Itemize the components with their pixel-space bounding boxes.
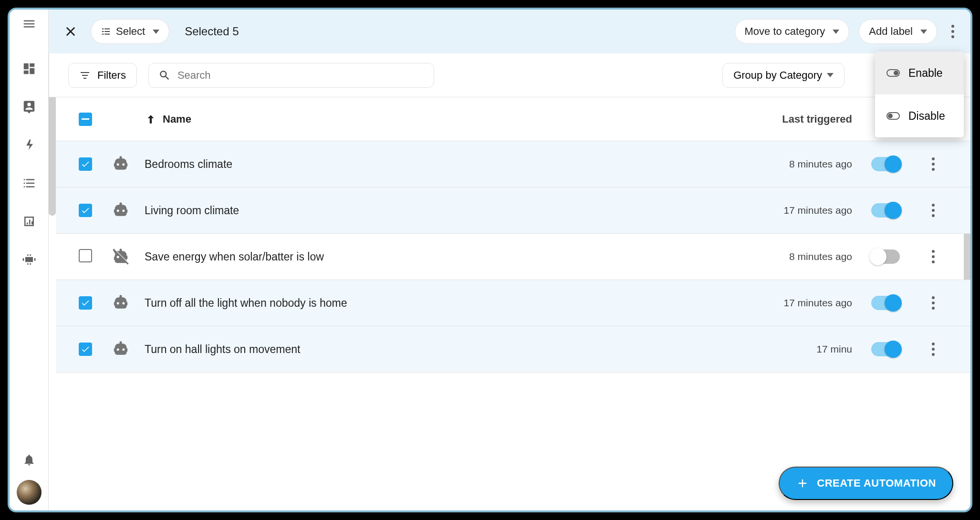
search-icon (158, 69, 171, 82)
close-icon (64, 25, 77, 38)
row-toggle[interactable] (871, 157, 900, 171)
bell-icon[interactable] (21, 452, 37, 468)
menu-item-disable[interactable]: Disable (875, 94, 964, 137)
close-selection-button[interactable] (60, 21, 81, 42)
chevron-down-icon (153, 30, 159, 34)
avatar[interactable] (17, 480, 42, 505)
row-name: Bedrooms climate (145, 158, 738, 171)
row-last-triggered: 17 minu (738, 343, 852, 355)
table-header: Name Last triggered (56, 97, 970, 141)
search-input[interactable] (177, 69, 424, 82)
row-last-triggered: 8 minutes ago (738, 251, 852, 262)
row-name: Living room climate (145, 204, 738, 217)
add-label-button[interactable]: Add label (859, 19, 937, 44)
selected-count-text: Selected 5 (185, 25, 239, 38)
chip-icon[interactable] (21, 252, 37, 267)
create-automation-fab[interactable]: CREATE AUTOMATION (779, 467, 953, 500)
plus-icon (796, 477, 809, 490)
add-label-label: Add label (869, 25, 913, 38)
robot-icon (111, 155, 145, 174)
filters-button[interactable]: Filters (68, 63, 137, 88)
move-to-category-label: Move to category (745, 25, 825, 38)
select-all-checkbox[interactable] (79, 113, 92, 126)
table-row[interactable]: Save energy when solar/batter is low 8 m… (56, 234, 970, 280)
row-name: Turn on hall lights on movement (145, 343, 738, 356)
select-dropdown-label: Select (116, 25, 145, 38)
left-sidebar (10, 10, 49, 510)
dashboard-icon[interactable] (21, 61, 37, 76)
search-box[interactable] (148, 63, 434, 88)
table-body: Bedrooms climate 8 minutes ago Living ro… (56, 141, 970, 510)
row-name: Save energy when solar/batter is low (145, 250, 738, 263)
toggle-off-icon (886, 112, 900, 120)
select-dropdown[interactable]: Select (91, 19, 169, 44)
overflow-menu-popup: Enable Disable (875, 52, 964, 137)
list-icon[interactable] (21, 176, 37, 191)
fab-label: CREATE AUTOMATION (817, 477, 936, 489)
row-checkbox[interactable] (79, 204, 92, 217)
row-menu-button[interactable] (927, 199, 939, 222)
table-row[interactable]: Turn on hall lights on movement 17 minu (56, 326, 970, 373)
robot-icon (111, 201, 145, 220)
table-row[interactable]: Bedrooms climate 8 minutes ago (56, 141, 970, 187)
row-toggle[interactable] (871, 342, 900, 356)
column-header-name[interactable]: Name (145, 113, 738, 125)
bar-chart-icon[interactable] (21, 214, 37, 229)
toggle-on-icon (886, 69, 900, 77)
row-toggle[interactable] (871, 203, 900, 218)
row-name: Turn off all the light when nobody is ho… (145, 297, 738, 310)
row-menu-button[interactable] (927, 291, 939, 314)
table-row[interactable]: Living room climate 17 minutes ago (56, 187, 970, 234)
row-last-triggered: 17 minutes ago (738, 297, 852, 309)
row-last-triggered: 8 minutes ago (738, 158, 852, 170)
row-checkbox[interactable] (79, 157, 92, 171)
row-menu-button[interactable] (927, 245, 939, 268)
group-by-dropdown[interactable]: Group by Category (722, 63, 844, 88)
menu-item-enable[interactable]: Enable (875, 52, 964, 94)
chevron-down-icon (833, 30, 839, 34)
robot-icon (111, 340, 145, 359)
row-checkbox[interactable] (79, 296, 92, 310)
row-last-triggered: 17 minutes ago (738, 205, 852, 216)
chevron-down-icon (827, 73, 834, 77)
move-to-category-button[interactable]: Move to category (735, 19, 850, 44)
hamburger-icon[interactable] (21, 15, 38, 32)
row-checkbox[interactable] (79, 249, 92, 262)
row-toggle[interactable] (871, 296, 900, 310)
filter-icon (79, 70, 91, 81)
row-toggle[interactable] (871, 250, 900, 264)
selection-toolbar: Select Selected 5 Move to category Add l… (49, 10, 970, 53)
list-toolbar: Filters Group by Category (49, 53, 970, 97)
column-header-last-triggered[interactable]: Last triggered (738, 113, 852, 125)
robot-off-icon (111, 247, 145, 266)
select-icon (101, 26, 111, 37)
table-row[interactable]: Turn off all the light when nobody is ho… (56, 280, 970, 326)
person-pin-icon[interactable] (21, 99, 37, 114)
row-checkbox[interactable] (79, 343, 92, 356)
sort-asc-icon (145, 113, 157, 125)
filters-label: Filters (97, 69, 126, 82)
overflow-menu-button[interactable] (947, 20, 959, 43)
bolt-icon[interactable] (21, 137, 37, 153)
row-menu-button[interactable] (927, 338, 939, 361)
row-menu-button[interactable] (927, 153, 939, 176)
group-by-label: Group by Category (733, 69, 822, 82)
chevron-down-icon (920, 30, 927, 34)
robot-icon (111, 293, 145, 312)
